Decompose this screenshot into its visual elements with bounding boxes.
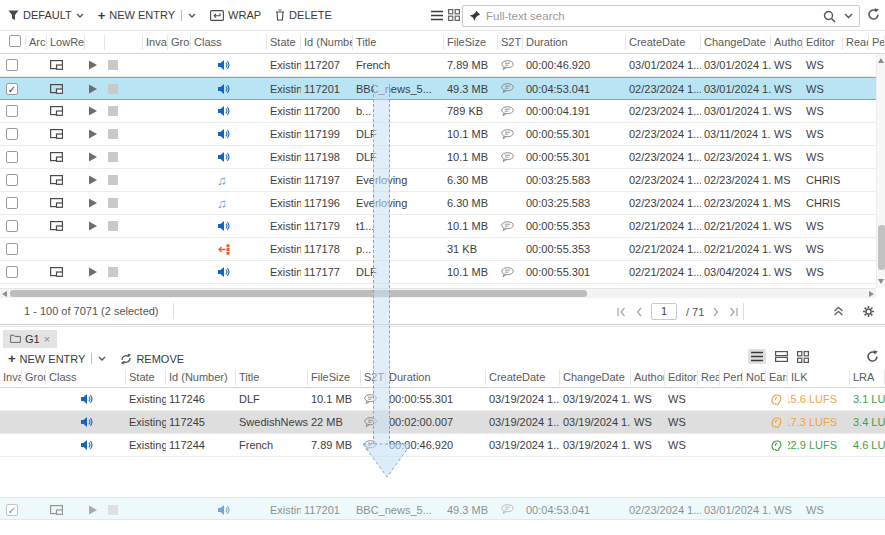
scroll-down-icon[interactable] [878, 279, 884, 284]
cell-stop[interactable] [105, 169, 143, 191]
play-icon[interactable] [88, 505, 98, 515]
cell-play[interactable] [85, 169, 105, 191]
search-box[interactable] [462, 5, 860, 27]
cell-play[interactable] [85, 261, 105, 283]
cell-stop[interactable] [105, 192, 143, 214]
stop-icon[interactable] [108, 60, 118, 70]
row-checkbox[interactable] [6, 220, 18, 232]
refresh-icon[interactable] [866, 350, 879, 363]
wrap-button[interactable]: WRAP [210, 9, 261, 21]
list-view-icon[interactable] [748, 349, 766, 364]
column-header[interactable]: Id (Number) [166, 370, 236, 385]
scroll-up-icon[interactable] [878, 58, 884, 63]
table-row[interactable]: ♫ Existing 117178 p... 31 KB 00:00:55.35… [0, 238, 885, 261]
column-header[interactable]: FileSize [308, 370, 361, 385]
column-header[interactable]: Read [698, 370, 720, 385]
cell-stop[interactable] [105, 498, 143, 521]
row-checkbox[interactable] [6, 266, 18, 278]
column-header[interactable]: Class [191, 35, 267, 50]
row-checkbox[interactable] [6, 105, 18, 117]
play-icon[interactable] [88, 84, 98, 94]
stop-icon[interactable] [108, 129, 118, 139]
search-options-chevron-icon[interactable] [844, 13, 853, 19]
close-icon[interactable]: × [44, 333, 50, 345]
column-header[interactable]: S2T [361, 370, 386, 385]
column-header[interactable]: FileSize [444, 35, 498, 50]
collapse-panel-icon[interactable] [833, 306, 844, 316]
cell-play[interactable] [85, 100, 105, 122]
column-header[interactable]: Ears [766, 370, 788, 385]
stop-icon[interactable] [108, 175, 118, 185]
column-header[interactable]: Read [843, 35, 869, 50]
column-header[interactable]: Duration [523, 35, 626, 50]
cell-stop[interactable] [105, 54, 143, 76]
column-header[interactable]: Archi [26, 35, 47, 50]
cell-play[interactable] [85, 215, 105, 237]
lower-new-entry-button[interactable]: + NEW ENTRY [8, 351, 106, 366]
table-row[interactable]: ♫ Existing 117177 DLF 10.1 MB 00:00:55.3… [0, 261, 885, 284]
stop-icon[interactable] [108, 152, 118, 162]
horizontal-scrollbar-thumb[interactable] [10, 290, 587, 297]
cell-stop[interactable] [105, 261, 143, 283]
scroll-right-icon[interactable] [869, 291, 874, 297]
stop-icon[interactable] [108, 505, 118, 515]
table-row[interactable]: ♫ Existing 117197 Everloving 6.30 MB 00:… [0, 169, 885, 192]
grid-view-icon[interactable] [797, 351, 809, 363]
table-row[interactable]: ♫ Existing 117198 DLF 10.1 MB 00:00:55.3… [0, 146, 885, 169]
play-icon[interactable] [88, 60, 98, 70]
stop-icon[interactable] [108, 198, 118, 208]
list-view-icon[interactable] [430, 10, 444, 21]
refresh-icon[interactable] [867, 8, 880, 21]
chevron-down-icon[interactable] [98, 356, 106, 361]
column-header[interactable] [0, 35, 26, 50]
column-header[interactable]: Title [353, 35, 444, 50]
column-header[interactable]: S2T [498, 35, 523, 50]
stop-icon[interactable] [108, 84, 118, 94]
remove-button[interactable]: REMOVE [120, 353, 184, 365]
play-icon[interactable] [88, 221, 98, 231]
table-row[interactable]: ♫ Existing 117179 t1... 10.1 MB 00:00:55… [0, 215, 885, 238]
column-header[interactable]: LRA [850, 370, 885, 385]
cell-stop[interactable] [105, 215, 143, 237]
cell-stop[interactable] [105, 123, 143, 145]
row-checkbox[interactable] [6, 151, 18, 163]
play-icon[interactable] [88, 152, 98, 162]
tab-g1[interactable]: G1 × [3, 330, 57, 348]
play-icon[interactable] [88, 129, 98, 139]
table-row[interactable]: ♫ Existing 117207 French 7.89 MB 00:00:4… [0, 54, 885, 77]
column-header[interactable]: State [267, 35, 301, 50]
play-icon[interactable] [88, 175, 98, 185]
page-number-input[interactable]: 1 [651, 303, 677, 320]
table-row[interactable]: Existing 117245 SwedishNews 22 MB 00:02:… [0, 411, 885, 434]
column-header[interactable]: CreateDate [626, 35, 701, 50]
column-header[interactable]: NoDe [743, 370, 766, 385]
column-header[interactable]: ILK [788, 370, 850, 385]
column-header[interactable]: Author [771, 35, 803, 50]
table-row[interactable]: ♫ Existing 117199 DLF 10.1 MB 00:00:55.3… [0, 123, 885, 146]
new-entry-button[interactable]: + NEW ENTRY [98, 8, 196, 23]
column-header[interactable]: Class [46, 370, 126, 385]
column-header[interactable]: LowRes [47, 35, 85, 50]
row-checkbox[interactable] [6, 128, 18, 140]
cell-play[interactable] [85, 238, 105, 260]
table-row[interactable]: Existing 117246 DLF 10.1 MB 00:00:55.301… [0, 388, 885, 411]
search-input[interactable] [486, 10, 823, 22]
select-all-checkbox[interactable] [9, 35, 21, 47]
row-checkbox[interactable]: ✓ [6, 83, 18, 95]
first-page-icon[interactable] [616, 307, 626, 317]
next-page-icon[interactable] [713, 307, 720, 317]
row-checkbox[interactable] [6, 197, 18, 209]
stop-icon[interactable] [108, 106, 118, 116]
column-header[interactable]: Id (Number) [301, 35, 353, 50]
cell-stop[interactable] [105, 146, 143, 168]
column-header[interactable] [105, 35, 143, 50]
horizontal-scrollbar[interactable] [0, 288, 876, 298]
stop-icon[interactable] [108, 267, 118, 277]
filter-default-button[interactable]: DEFAULT [8, 9, 84, 21]
cell-stop[interactable] [105, 78, 143, 99]
row-checkbox[interactable] [6, 174, 18, 186]
column-header[interactable]: CreateDate [486, 370, 560, 385]
table-row[interactable]: ✓ ♫ Existing 117201 BBC_news_5... 49.3 M… [0, 498, 885, 521]
column-header[interactable]: Grou [22, 370, 46, 385]
cell-play[interactable] [85, 54, 105, 76]
